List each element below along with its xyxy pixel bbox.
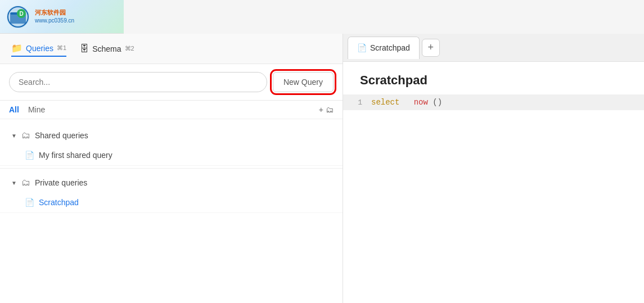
code-line-1: 1 select now () — [343, 94, 644, 110]
database-icon: 🗄 — [80, 44, 89, 54]
folder-icon: 🗂 — [326, 105, 334, 114]
queries-label: Queries — [26, 44, 53, 53]
search-input[interactable] — [9, 72, 267, 92]
right-panel: 📄 Scratchpad + Scratchpad 1 select now (… — [343, 34, 644, 303]
list-item[interactable]: 📄 Scratchpad — [0, 192, 343, 213]
watermark-banner: D 河东软件园 www.pc0359.cn — [0, 0, 124, 34]
editor-area: Scratchpad 1 select now () — [343, 62, 644, 303]
fn-name: now — [414, 98, 428, 107]
left-panel: 📁 Queries ⌘1 🗄 Schema ⌘2 New Query All M… — [0, 34, 343, 303]
plus-icon: + — [319, 105, 323, 114]
shared-folder-icon: 🗂 — [21, 130, 30, 141]
select-keyword: select — [371, 98, 399, 107]
parens: () — [433, 98, 442, 107]
editor-title: Scratchpad — [343, 62, 644, 94]
private-queries-label: Private queries — [35, 178, 87, 187]
private-queries-header[interactable]: ▼ 🗂 Private queries — [0, 171, 343, 192]
code-space — [404, 98, 409, 107]
new-folder-button[interactable]: + 🗂 — [319, 105, 334, 114]
list-item[interactable]: 📄 My first shared query — [0, 145, 343, 166]
watermark-logo: D — [6, 4, 30, 29]
code-editor[interactable]: 1 select now () — [343, 94, 644, 303]
filter-row: All Mine + 🗂 — [0, 101, 343, 119]
tab-schema[interactable]: 🗄 Schema ⌘2 — [80, 42, 134, 56]
private-folder-icon: 🗂 — [21, 178, 30, 188]
doc-icon: 📄 — [25, 151, 34, 160]
line-number-1: 1 — [343, 98, 371, 107]
folder-icon: 📁 — [11, 43, 22, 53]
expand-arrow-icon-2: ▼ — [11, 180, 17, 186]
tab-doc-icon: 📄 — [357, 43, 367, 52]
filter-all[interactable]: All — [9, 105, 19, 114]
tab-bar: 📄 Scratchpad + — [343, 34, 644, 62]
queries-shortcut: ⌘1 — [57, 44, 66, 52]
svg-text:D: D — [19, 11, 23, 17]
schema-label: Schema — [92, 44, 121, 53]
watermark-text: 河东软件园 www.pc0359.cn — [35, 8, 74, 25]
tab-queries[interactable]: 📁 Queries ⌘1 — [11, 40, 66, 57]
section-divider — [0, 168, 343, 169]
expand-arrow-icon: ▼ — [11, 133, 17, 139]
add-tab-button[interactable]: + — [422, 39, 440, 57]
new-query-button[interactable]: New Query — [273, 72, 334, 92]
tab-label: Scratchpad — [370, 43, 410, 52]
filter-mine[interactable]: Mine — [28, 105, 45, 114]
nav-tabs: 📁 Queries ⌘1 🗄 Schema ⌘2 — [0, 34, 343, 64]
svg-rect-3 — [10, 12, 18, 15]
shared-queries-header[interactable]: ▼ 🗂 Shared queries — [0, 124, 343, 145]
shared-queries-label: Shared queries — [35, 131, 88, 140]
filter-tabs: All Mine — [9, 105, 45, 114]
scratchpad-tab[interactable]: 📄 Scratchpad — [348, 37, 420, 59]
doc-icon-active: 📄 — [25, 198, 34, 207]
code-content-1: select now () — [371, 98, 442, 107]
query-list: ▼ 🗂 Shared queries 📄 My first shared que… — [0, 119, 343, 303]
query-item-label: My first shared query — [39, 151, 112, 160]
search-row: New Query — [0, 64, 343, 101]
query-item-label-scratchpad: Scratchpad — [39, 198, 79, 207]
schema-shortcut: ⌘2 — [125, 45, 134, 52]
